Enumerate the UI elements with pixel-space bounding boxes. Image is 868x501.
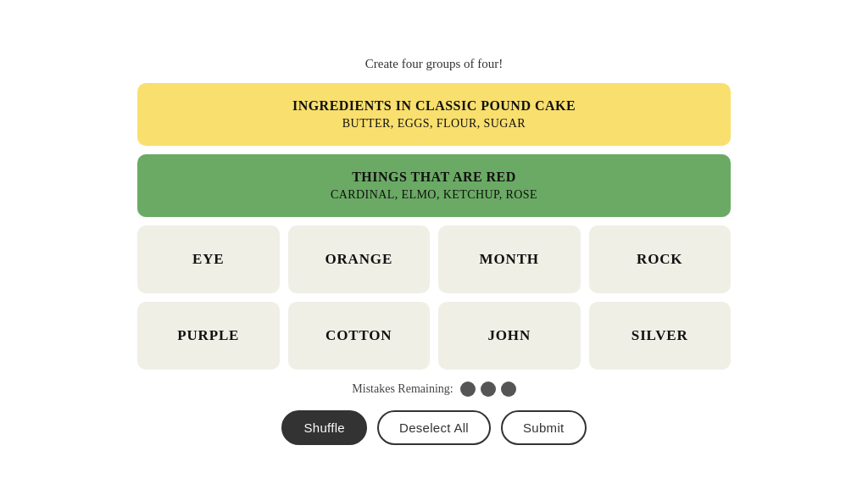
- mistake-dot-3: [501, 381, 516, 397]
- game-container: Create four groups of four! INGREDIENTS …: [137, 57, 731, 445]
- word-purple[interactable]: PURPLE: [137, 302, 280, 370]
- solved-title: THINGS THAT ARE RED: [158, 170, 710, 185]
- word-rock[interactable]: ROCK: [589, 225, 732, 293]
- mistakes-label: Mistakes Remaining:: [352, 382, 453, 396]
- word-cotton[interactable]: COTTON: [288, 302, 431, 370]
- mistake-dot-1: [460, 381, 476, 397]
- word-month[interactable]: MONTH: [438, 225, 581, 293]
- word-john[interactable]: JOHN: [438, 302, 581, 370]
- mistakes-row: Mistakes Remaining:: [352, 381, 515, 397]
- dots-container: [460, 381, 516, 397]
- solved-rows: INGREDIENTS IN CLASSIC POUND CAKE BUTTER…: [137, 83, 731, 217]
- solved-items: CARDINAL, ELMO, KETCHUP, ROSE: [158, 188, 710, 202]
- green-row: THINGS THAT ARE RED CARDINAL, ELMO, KETC…: [137, 154, 731, 217]
- subtitle: Create four groups of four!: [365, 57, 503, 71]
- submit-btn[interactable]: Submit: [501, 410, 587, 445]
- deselect-btn[interactable]: Deselect All: [377, 410, 491, 445]
- solved-title: INGREDIENTS IN CLASSIC POUND CAKE: [158, 98, 710, 114]
- word-eye[interactable]: EYE: [137, 225, 280, 293]
- shuffle-btn[interactable]: Shuffle: [281, 410, 367, 445]
- word-grid: EYEORANGEMONTHROCKPURPLECOTTONJOHNSILVER: [137, 225, 731, 370]
- yellow-row: INGREDIENTS IN CLASSIC POUND CAKE BUTTER…: [137, 83, 731, 146]
- word-silver[interactable]: SILVER: [589, 302, 732, 370]
- mistake-dot-2: [481, 381, 496, 397]
- word-orange[interactable]: ORANGE: [288, 225, 431, 293]
- buttons-row: ShuffleDeselect AllSubmit: [281, 410, 586, 445]
- solved-items: BUTTER, EGGS, FLOUR, SUGAR: [158, 117, 710, 131]
